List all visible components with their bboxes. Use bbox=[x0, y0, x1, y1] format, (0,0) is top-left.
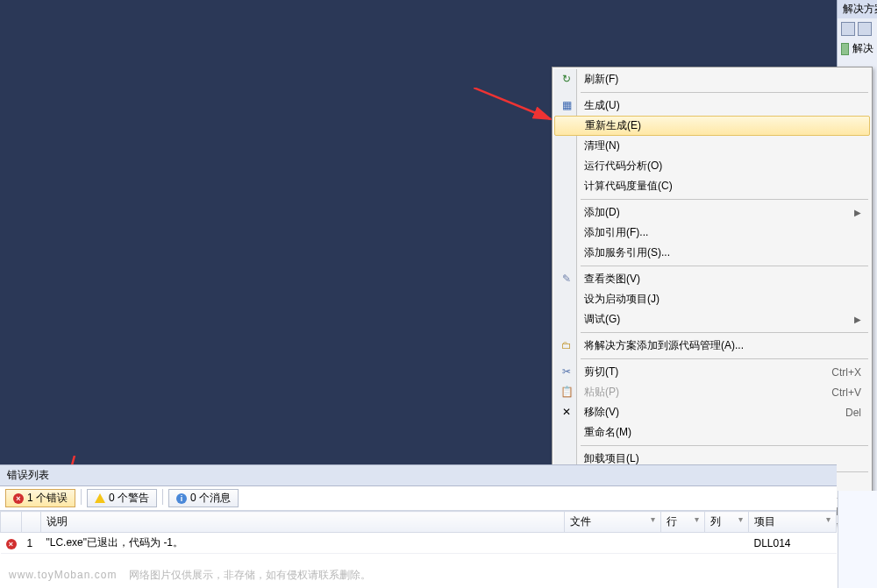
filter-messages-button[interactable]: i 0 个消息 bbox=[168, 489, 239, 507]
error-icon: × bbox=[13, 493, 24, 504]
cell-num: 1 bbox=[22, 533, 41, 554]
error-row[interactable]: × 1 "LC.exe"已退出，代码为 -1。 DLL014 bbox=[1, 533, 837, 554]
cell-description: "LC.exe"已退出，代码为 -1。 bbox=[41, 533, 565, 554]
cell-file bbox=[565, 533, 661, 554]
col-icon[interactable] bbox=[1, 512, 22, 533]
col-file[interactable]: 文件 bbox=[565, 512, 661, 533]
menu-rename[interactable]: 重命名(M) bbox=[554, 422, 870, 443]
submenu-arrow-icon: ▶ bbox=[854, 315, 861, 324]
menu-refresh[interactable]: ↻ 刷新(F) bbox=[554, 69, 870, 89]
menu-separator bbox=[581, 445, 868, 446]
col-description[interactable]: 说明 bbox=[41, 512, 565, 533]
cut-icon: ✂ bbox=[560, 365, 574, 379]
delete-icon: ✕ bbox=[560, 405, 574, 419]
error-list-title: 错误列表 bbox=[0, 464, 837, 486]
watermark-site: www.toyMoban.com bbox=[9, 569, 117, 581]
menu-set-startup[interactable]: 设为启动项目(J) bbox=[554, 289, 870, 309]
solution-item[interactable]: 解决 bbox=[838, 39, 877, 58]
menu-cut[interactable]: ✂ 剪切(T) Ctrl+X bbox=[554, 362, 870, 382]
toolbar-icon[interactable] bbox=[858, 22, 872, 36]
menu-code-metrics[interactable]: 计算代码度量值(C) bbox=[554, 176, 870, 196]
filter-warnings-button[interactable]: 0 个警告 bbox=[87, 489, 157, 507]
build-icon: ▦ bbox=[560, 98, 574, 112]
menu-add-service-reference[interactable]: 添加服务引用(S)... bbox=[554, 243, 870, 263]
toolbar-icon[interactable] bbox=[841, 22, 855, 36]
warning-icon bbox=[95, 493, 105, 503]
class-diagram-icon: ✎ bbox=[560, 272, 574, 286]
menu-paste: 📋 粘贴(P) Ctrl+V bbox=[554, 382, 870, 402]
solution-explorer-title: 解决方案 bbox=[838, 0, 877, 18]
filter-separator bbox=[81, 489, 82, 505]
col-column[interactable]: 列 bbox=[705, 512, 749, 533]
submenu-arrow-icon: ▶ bbox=[854, 208, 861, 217]
menu-separator bbox=[581, 92, 868, 93]
filter-separator bbox=[162, 489, 163, 505]
menu-debug[interactable]: 调试(G) ▶ bbox=[554, 309, 870, 329]
error-icon: × bbox=[6, 539, 17, 549]
col-project[interactable]: 项目 bbox=[749, 512, 837, 533]
watermark-text: 网络图片仅供展示，非存储，如有侵权请联系删除。 bbox=[129, 569, 371, 581]
error-list-filter-bar: × 1 个错误 0 个警告 i 0 个消息 bbox=[0, 486, 837, 511]
solution-icon bbox=[841, 43, 849, 55]
solution-item-label: 解决 bbox=[852, 41, 873, 56]
menu-separator bbox=[581, 199, 868, 200]
menu-add[interactable]: 添加(D) ▶ bbox=[554, 202, 870, 223]
info-icon: i bbox=[176, 493, 187, 504]
col-num[interactable] bbox=[22, 512, 41, 533]
menu-add-to-source-control[interactable]: 🗀 将解决方案添加到源代码管理(A)... bbox=[554, 336, 870, 356]
menu-view-class-diagram[interactable]: ✎ 查看类图(V) bbox=[554, 269, 870, 289]
menu-code-analysis[interactable]: 运行代码分析(O) bbox=[554, 156, 870, 176]
menu-clean[interactable]: 清理(N) bbox=[554, 136, 870, 156]
watermark: www.toyMoban.com 网络图片仅供展示，非存储，如有侵权请联系删除。 bbox=[9, 568, 371, 583]
solution-explorer-toolbar bbox=[838, 18, 877, 39]
project-context-menu: ↻ 刷新(F) ▦ 生成(U) 重新生成(E) 清理(N) 运行代码分析(O) … bbox=[552, 67, 873, 524]
cell-column bbox=[705, 533, 749, 554]
menu-rebuild[interactable]: 重新生成(E) bbox=[554, 116, 870, 136]
menu-separator bbox=[581, 358, 868, 359]
cell-line bbox=[661, 533, 705, 554]
right-gutter bbox=[838, 491, 877, 588]
error-list-table: 说明 文件 行 列 项目 × 1 "LC.exe"已退出，代码为 -1。 DLL… bbox=[0, 511, 837, 554]
source-control-icon: 🗀 bbox=[560, 338, 574, 352]
menu-remove[interactable]: ✕ 移除(V) Del bbox=[554, 402, 870, 422]
cell-project: DLL014 bbox=[749, 533, 837, 554]
menu-build[interactable]: ▦ 生成(U) bbox=[554, 96, 870, 116]
menu-separator bbox=[581, 266, 868, 266]
paste-icon: 📋 bbox=[560, 385, 574, 399]
error-list-panel: 错误列表 × 1 个错误 0 个警告 i 0 个消息 说明 文件 行 列 项目 bbox=[0, 464, 837, 554]
menu-separator bbox=[581, 332, 868, 333]
menu-add-reference[interactable]: 添加引用(F)... bbox=[554, 223, 870, 243]
refresh-icon: ↻ bbox=[560, 72, 574, 86]
filter-errors-button[interactable]: × 1 个错误 bbox=[5, 489, 75, 507]
col-line[interactable]: 行 bbox=[661, 512, 705, 533]
